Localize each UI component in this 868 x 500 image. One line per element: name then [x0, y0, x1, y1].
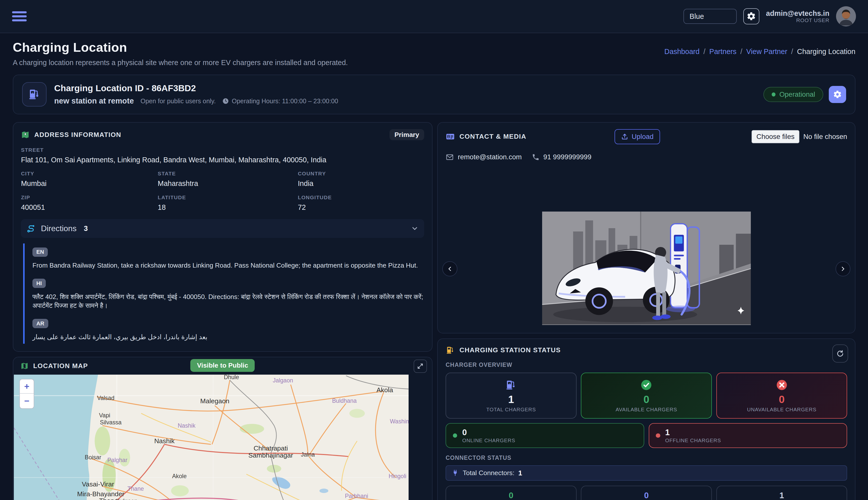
page-title: Charging Location: [13, 40, 348, 55]
operating-hours: Operating Hours: 11:00:00 – 23:00:00: [222, 98, 338, 105]
map-label: Nashik: [178, 422, 196, 429]
charging-station-status-card: CHARGING STATION STATUS CHARGER OVERVIEW: [437, 339, 855, 500]
location-summary-card: Charging Location ID - 86AF3BD2 new stat…: [13, 75, 855, 114]
contact-email: remote@station.com: [446, 153, 522, 161]
map-label: Malegaon: [200, 397, 229, 405]
location-id-title: Charging Location ID - 86AF3BD2: [54, 83, 756, 93]
zoom-in-button[interactable]: +: [20, 379, 34, 394]
address-title: ADDRESS INFORMATION: [34, 131, 121, 139]
offline-chargers-label: OFFLINE CHARGERS: [665, 438, 721, 444]
page-subtitle: A charging location represents a physica…: [13, 58, 348, 67]
map-label: Thane: [99, 497, 118, 500]
visible-to-public-badge: Visible to Public: [190, 359, 255, 372]
gear-icon: [833, 90, 842, 99]
map-label: Chhatrapati: [254, 444, 288, 452]
total-connectors-bar: Total Connectors: 1: [446, 465, 847, 481]
upload-icon: [621, 133, 628, 140]
user-email: admin@evtechs.in: [766, 9, 829, 18]
carousel-next-button[interactable]: [836, 261, 850, 276]
map-zoom-control: + −: [19, 379, 34, 409]
breadcrumb-dashboard[interactable]: Dashboard: [664, 47, 700, 56]
connectors-unavailable-value: 1: [779, 491, 784, 500]
user-role: ROOT USER: [766, 17, 829, 23]
avatar[interactable]: [836, 6, 856, 26]
breadcrumb-separator: /: [740, 47, 742, 56]
contact-media-card: CONTACT & MEDIA Upload Choose files No f…: [437, 122, 855, 333]
map-label: Palghar: [107, 456, 127, 463]
total-chargers-card: 1 TOTAL CHARGERS: [446, 373, 577, 419]
clock-icon: [222, 98, 229, 104]
breadcrumb-current: Charging Location: [797, 47, 855, 56]
latitude-label: LATITUDE: [158, 194, 298, 201]
map-pin-icon: [21, 130, 30, 139]
connectors-charging-card: 0 CHARGING: [581, 486, 712, 500]
latitude-value: 18: [158, 203, 298, 212]
charger-icon: [505, 379, 517, 391]
status-dot: [772, 92, 776, 96]
map-label: Buldhana: [332, 397, 357, 404]
country-value: India: [298, 179, 424, 188]
check-circle-icon: [640, 379, 652, 391]
x-circle-icon: [776, 379, 788, 391]
lang-badge-hi: HI: [32, 279, 46, 288]
chevron-down-icon: [411, 225, 419, 232]
map-label: Vasai-Virar: [82, 480, 114, 488]
page-heading: Charging Location A charging location re…: [13, 40, 348, 67]
available-chargers-card: 0 AVAILABLE CHARGERS: [581, 373, 712, 419]
carousel-prev-button[interactable]: [442, 261, 457, 276]
map-label: Vapi: [99, 412, 110, 418]
user-info: admin@evtechs.in ROOT USER: [766, 9, 829, 24]
connectors-unavailable-card: 1 UNAVAILABLE: [716, 486, 847, 500]
phone-icon: [532, 153, 539, 161]
map-label: Akola: [376, 386, 393, 394]
longitude-label: LONGITUDE: [298, 194, 424, 201]
lang-badge-en: EN: [32, 248, 48, 257]
expand-map-button[interactable]: [414, 360, 427, 373]
map-label: Valsad: [97, 395, 114, 401]
breadcrumb-partners[interactable]: Partners: [709, 47, 736, 56]
unavailable-chargers-label: UNAVAILABLE CHARGERS: [747, 407, 816, 412]
lang-badge-ar: AR: [32, 319, 48, 328]
choose-files-button[interactable]: Choose files: [752, 130, 800, 143]
plug-icon: [452, 469, 459, 477]
street-value: Flat 101, Om Sai Apartments, Linking Roa…: [21, 156, 424, 164]
breadcrumb: Dashboard / Partners / View Partner / Ch…: [664, 47, 855, 56]
map-label: Parbhani: [345, 493, 368, 499]
breadcrumb-separator: /: [791, 47, 793, 56]
access-note: Open for public users only.: [141, 98, 216, 105]
zoom-out-button[interactable]: −: [20, 394, 34, 408]
map-label: Dhule: [224, 375, 239, 380]
online-chargers-card: 0 ONLINE CHARGERS: [446, 423, 644, 448]
breadcrumb-separator: /: [703, 47, 705, 56]
street-label: STREET: [21, 147, 424, 153]
total-chargers-value: 1: [508, 394, 514, 405]
location-settings-button[interactable]: [829, 86, 846, 103]
available-chargers-label: AVAILABLE CHARGERS: [615, 407, 677, 412]
refresh-button[interactable]: [832, 344, 848, 363]
map-title: LOCATION MAP: [33, 362, 88, 370]
breadcrumb-view-partner[interactable]: View Partner: [746, 47, 787, 56]
file-input[interactable]: Choose files No file chosen: [752, 130, 847, 143]
primary-badge: Primary: [389, 129, 424, 140]
map-label: Sambhajinagar: [248, 452, 293, 459]
charger-overview-label: CHARGER OVERVIEW: [446, 362, 847, 368]
city-value: Mumbai: [21, 179, 158, 188]
directions-header[interactable]: Directions 3: [21, 219, 424, 238]
online-chargers-label: ONLINE CHARGERS: [462, 438, 515, 444]
address-card: ADDRESS INFORMATION Primary STREET Flat …: [13, 122, 433, 352]
upload-button[interactable]: Upload: [614, 129, 660, 144]
map-canvas[interactable]: DhuleJalgaonAkolaValsadMalegaonBuldhanaV…: [14, 375, 409, 500]
theme-select[interactable]: Blue: [683, 9, 736, 24]
location-name: new station at remote: [54, 96, 134, 105]
menu-icon[interactable]: [12, 10, 26, 22]
directions-title: Directions: [41, 224, 77, 233]
route-icon: [26, 224, 36, 233]
settings-button[interactable]: [743, 8, 759, 24]
total-connectors-value: 1: [518, 469, 522, 477]
charging-station-icon: [22, 82, 46, 106]
state-value: Maharashtra: [158, 179, 298, 188]
offline-dot: [656, 433, 660, 438]
connector-status-label: CONNECTOR STATUS: [446, 455, 847, 461]
topbar: Blue admin@evtechs.in ROOT USER: [0, 0, 868, 33]
station-status-icon: [446, 345, 455, 355]
